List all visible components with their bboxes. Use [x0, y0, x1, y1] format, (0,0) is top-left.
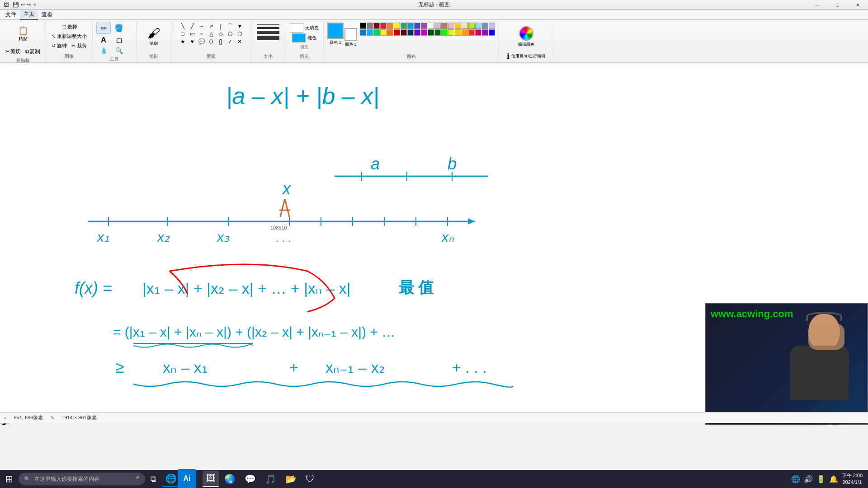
color-pink[interactable]: [448, 23, 454, 29]
taskbar-media[interactable]: 🎵: [261, 471, 280, 487]
color-violet[interactable]: [414, 29, 420, 36]
color-maroon[interactable]: [401, 29, 407, 36]
taskbar-search[interactable]: 🔍 在这里输入你要搜索的内容 🎤: [19, 473, 145, 485]
close-button[interactable]: ✕: [848, 0, 868, 10]
canvas-area[interactable]: ◀ ▶ |a – x| + |b – x| a b x: [0, 63, 868, 425]
color-winblue[interactable]: [360, 29, 366, 36]
color-black[interactable]: [360, 23, 366, 29]
brush-big-button[interactable]: 🖌 笔刷: [140, 23, 167, 50]
shape-rect[interactable]: □: [178, 30, 187, 38]
crop-button[interactable]: ✂ 裁剪: [70, 42, 89, 50]
color-navy[interactable]: [407, 29, 414, 36]
color-mint[interactable]: [373, 29, 380, 36]
shape-diamond[interactable]: ◇: [216, 30, 225, 38]
copy-button[interactable]: ⧉复制: [24, 47, 42, 56]
taskbar-paint[interactable]: 🖼: [203, 471, 219, 487]
taskbar-folder[interactable]: 📂: [282, 471, 300, 487]
shape-pentagon[interactable]: ⬠: [226, 30, 235, 38]
eraser-button[interactable]: ◻: [112, 35, 126, 45]
color-lightblue[interactable]: [475, 23, 481, 29]
color-gray[interactable]: [367, 23, 373, 29]
shape-curve2[interactable]: ⌒: [226, 23, 235, 30]
color-lightgray[interactable]: [434, 23, 441, 29]
color-white[interactable]: [428, 23, 434, 29]
size-option-3[interactable]: [257, 31, 279, 34]
shape-line2[interactable]: ╱: [188, 23, 197, 30]
fill-solid[interactable]: 纯色: [292, 33, 316, 42]
color-lavender[interactable]: [489, 23, 495, 29]
color1-swatch[interactable]: [327, 23, 344, 39]
color-brown[interactable]: [441, 23, 448, 29]
taskbar-wechat[interactable]: 💬: [241, 471, 259, 487]
shape-hex[interactable]: ⬡: [235, 30, 244, 38]
shape-arrow2[interactable]: ↗: [207, 23, 216, 30]
color-purple2[interactable]: [482, 29, 488, 36]
shape-more[interactable]: ▼: [235, 23, 244, 30]
start-button[interactable]: ⊞: [2, 471, 17, 487]
task-view-button[interactable]: ⧉: [147, 471, 160, 487]
shape-brace[interactable]: {}: [216, 38, 225, 45]
shape-line[interactable]: ╲: [178, 23, 187, 30]
color-blue[interactable]: [414, 23, 420, 29]
shape-star[interactable]: ★: [178, 38, 187, 45]
quick-access-dropdown[interactable]: ▼: [33, 2, 37, 7]
color-redorange[interactable]: [468, 29, 475, 36]
quick-access-save[interactable]: 💾: [13, 2, 19, 8]
color-darkorange[interactable]: [387, 29, 393, 36]
color-purple[interactable]: [421, 23, 427, 29]
menu-home[interactable]: 主页: [20, 9, 38, 20]
quick-access-undo[interactable]: ↩: [21, 2, 25, 8]
shape-cross[interactable]: ✕: [235, 38, 244, 45]
size-option-1[interactable]: [257, 24, 279, 25]
paint3d-button[interactable]: ℹ 使用画3D进行编辑: [504, 51, 548, 61]
select-button[interactable]: ⬚ 选择: [60, 23, 79, 31]
color-forestgreen[interactable]: [434, 29, 441, 36]
color-darkgreen2[interactable]: [428, 29, 434, 36]
shape-curve[interactable]: ∫: [216, 23, 225, 30]
edit-colors-button[interactable]: 编辑颜色: [514, 24, 538, 49]
color-lime[interactable]: [468, 23, 475, 29]
fill-button[interactable]: 🪣: [112, 23, 126, 33]
menu-view[interactable]: 查看: [38, 10, 56, 19]
paste-button[interactable]: 📋 粘贴: [12, 23, 34, 46]
color-magenta[interactable]: [421, 29, 427, 36]
notification-icon[interactable]: 🔔: [829, 475, 838, 483]
resize-button[interactable]: ⤡ 重新调整大小: [50, 32, 89, 41]
color-skyblue[interactable]: [367, 29, 373, 36]
text-button[interactable]: A: [96, 35, 111, 45]
shape-callout[interactable]: 💬: [197, 38, 206, 45]
cut-button[interactable]: ✂剪切: [4, 47, 23, 56]
battery-icon[interactable]: 🔋: [816, 475, 826, 483]
shape-check[interactable]: ✓: [226, 38, 235, 45]
color-crimson[interactable]: [394, 29, 400, 36]
color-darkred[interactable]: [373, 23, 380, 29]
color-steelblue[interactable]: [482, 23, 488, 29]
color-brightyellow[interactable]: [380, 29, 387, 36]
maximize-button[interactable]: □: [827, 0, 848, 10]
network-icon[interactable]: 🌐: [791, 475, 800, 483]
minimize-button[interactable]: ─: [807, 0, 827, 10]
taskbar-browser[interactable]: 🌏: [221, 471, 239, 487]
mic-icon[interactable]: 🎤: [133, 476, 140, 482]
color2-swatch[interactable]: [344, 28, 357, 41]
size-option-4[interactable]: [257, 36, 279, 40]
fill-none[interactable]: 无填充: [290, 23, 319, 33]
shape-heart[interactable]: ♥: [188, 38, 197, 45]
color-tan[interactable]: [462, 23, 468, 29]
size-option-2[interactable]: [257, 27, 279, 29]
color-yellowgreen[interactable]: [448, 29, 454, 36]
color-cyan[interactable]: [407, 23, 414, 29]
taskbar-security[interactable]: 🛡: [302, 471, 318, 487]
shape-arrow[interactable]: →: [197, 23, 206, 30]
menu-file[interactable]: 文件: [2, 10, 20, 19]
color-brightgreen[interactable]: [441, 29, 448, 36]
color-gold[interactable]: [455, 23, 461, 29]
color-brightblue[interactable]: [489, 29, 495, 36]
picker-button[interactable]: 💧: [96, 46, 111, 55]
color-rose[interactable]: [475, 29, 481, 36]
pencil-button[interactable]: ✏: [96, 23, 111, 34]
volume-icon[interactable]: 🔊: [804, 475, 813, 483]
shape-ellipse[interactable]: ○: [197, 30, 206, 38]
color-red[interactable]: [380, 23, 387, 29]
ai-badge[interactable]: Ai: [178, 469, 196, 488]
